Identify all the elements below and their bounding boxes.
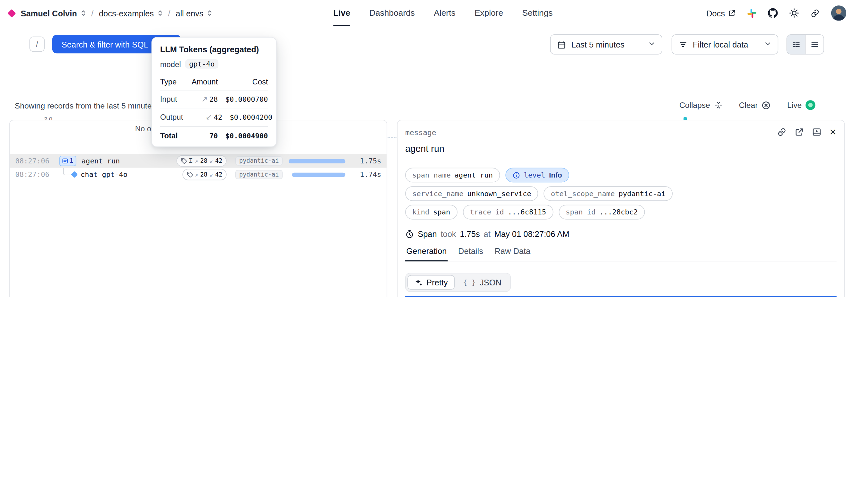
token-usage-pill[interactable]: Σ ↗28 ↙42	[177, 155, 227, 167]
filter-local-data-dropdown[interactable]: Filter local data	[672, 34, 779, 55]
service-name-pill[interactable]: service_name unknown_service	[405, 186, 538, 201]
time-range-dropdown[interactable]: Last 5 minutes	[550, 34, 662, 55]
col-type: Type	[160, 77, 179, 86]
scope-tag-pill[interactable]: pydantic-ai	[235, 156, 283, 166]
environment-selector[interactable]: all envs	[176, 8, 203, 18]
tree-view-button[interactable]	[787, 35, 805, 54]
attr-value: ...6c8115	[508, 208, 546, 216]
render-mode-toggle: Pretty { } JSON	[405, 273, 511, 292]
org-sort-chevrons-icon[interactable]	[81, 10, 86, 16]
row-cost: $0.0004200	[222, 113, 272, 121]
records-timeline-chart[interactable]: 2.0 1.0 0.0 May 01. 08:22:50 08:25 08:26…	[0, 55, 854, 94]
level-pill[interactable]: level Info	[505, 168, 569, 183]
attribute-pills-row: service_name unknown_service otel_scope_…	[405, 186, 837, 201]
list-flat-icon	[810, 40, 819, 49]
sigma-icon: Σ	[189, 157, 193, 164]
detail-header-actions: ✕	[777, 127, 837, 137]
trace-id-pill[interactable]: trace_id ...6c8115	[462, 205, 553, 220]
duration-value: 1.74s	[353, 170, 381, 179]
user-avatar[interactable]	[831, 5, 847, 21]
tokens-table: Type Amount Cost Input ↗28 $0.0000700 Ou…	[160, 74, 268, 144]
span-duration-line: Span took 1.75s at May 01 08:27:06 AM	[405, 229, 837, 238]
child-count-badge[interactable]: 1	[59, 156, 76, 166]
row-metrics: Σ ↗28 ↙42 pydantic-ai 1.75s	[177, 155, 381, 167]
attr-key: kind	[412, 208, 429, 216]
tab-dashboards[interactable]: Dashboards	[369, 0, 415, 26]
docs-link[interactable]: Docs	[706, 8, 736, 18]
row-type: Output	[160, 113, 183, 121]
pretty-view-button[interactable]: Pretty	[407, 275, 455, 290]
scope-tag-pill[interactable]: pydantic-ai	[235, 170, 283, 179]
detail-header: message ✕	[405, 127, 837, 137]
row-type: Total	[160, 131, 179, 140]
tab-raw-data[interactable]: Raw Data	[493, 246, 532, 262]
row-amount: 42	[214, 113, 222, 121]
tab-live[interactable]: Live	[333, 0, 350, 26]
otel-scope-pill[interactable]: otel_scope_name pydantic-ai	[544, 186, 673, 201]
collapse-label: Collapse	[679, 101, 710, 109]
dock-panel-button[interactable]	[812, 127, 821, 137]
span-name: chat gpt-4o	[80, 170, 127, 179]
input-tokens: 28	[200, 157, 207, 164]
tokens-table-header: Type Amount Cost	[160, 74, 268, 90]
share-link-button[interactable]	[810, 8, 820, 18]
row-amount: 28	[209, 95, 218, 103]
clear-label: Clear	[739, 101, 758, 109]
kind-pill[interactable]: kind span	[405, 205, 457, 220]
env-sort-chevrons-icon[interactable]	[208, 10, 212, 16]
breadcrumb: Samuel Colvin / docs-examples / all envs	[9, 0, 212, 26]
records-actions: Collapse Clear Live	[679, 100, 816, 110]
span-name-pill[interactable]: span_name agent run	[405, 168, 500, 183]
row-metrics: ↗28 ↙42 pydantic-ai 1.74s	[182, 169, 381, 180]
tooltip-model-row: model gpt-4o	[160, 59, 268, 69]
attr-key: span_name	[412, 171, 451, 179]
tab-details[interactable]: Details	[457, 246, 485, 262]
tab-generation[interactable]: Generation	[405, 246, 448, 262]
close-detail-button[interactable]: ✕	[829, 127, 837, 137]
collapse-button[interactable]: Collapse	[679, 101, 723, 109]
breadcrumb-separator: /	[168, 8, 170, 18]
braces-icon: { }	[463, 278, 476, 286]
tab-explore[interactable]: Explore	[474, 0, 503, 26]
attr-key: service_name	[412, 190, 463, 197]
took-word: took	[440, 229, 456, 238]
pretty-label: Pretty	[426, 278, 448, 287]
span-title: agent run	[405, 144, 837, 155]
project-sort-chevrons-icon[interactable]	[158, 10, 163, 16]
pydantic-logo-icon	[7, 9, 16, 17]
trace-row-chat-gpt-4o[interactable]: 08:27:06 chat gpt-4o ↗28 ↙42 pydantic-ai…	[10, 168, 387, 181]
open-in-new-button[interactable]	[794, 127, 804, 137]
col-cost: Cost	[218, 77, 268, 86]
theme-toggle-button[interactable]	[789, 8, 799, 18]
top-navbar: Samuel Colvin / docs-examples / all envs…	[0, 0, 854, 26]
input-tokens-icon: ↗	[195, 172, 198, 178]
copy-link-button[interactable]	[777, 127, 786, 137]
org-selector[interactable]: Samuel Colvin	[21, 8, 77, 18]
project-selector[interactable]: docs-examples	[99, 8, 154, 18]
github-button[interactable]	[768, 8, 778, 18]
chevron-down-icon	[764, 40, 771, 49]
model-value-chip: gpt-4o	[185, 59, 218, 69]
slack-button[interactable]	[747, 8, 757, 18]
tab-alerts[interactable]: Alerts	[434, 0, 455, 26]
attribute-pills-row: kind span trace_id ...6c8115 span_id ...…	[405, 205, 837, 220]
collapsed-spans-icon	[62, 158, 68, 164]
attribute-pills-row: span_name agent run level Info	[405, 168, 837, 183]
token-usage-pill[interactable]: ↗28 ↙42	[182, 169, 227, 180]
flat-view-button[interactable]	[805, 35, 823, 54]
clear-button[interactable]: Clear	[739, 101, 771, 110]
span-diamond-icon	[71, 171, 78, 178]
duration-bar	[289, 159, 345, 163]
live-toggle-button[interactable]: Live	[787, 100, 816, 110]
filter-label: Filter local data	[693, 40, 748, 49]
slash-shortcut-hint: /	[30, 37, 45, 52]
trace-row-agent-run[interactable]: 08:27:06 1 agent run Σ ↗28 ↙42	[10, 154, 387, 167]
link-icon	[810, 8, 820, 18]
output-tokens: 42	[215, 157, 222, 164]
json-view-button[interactable]: { } JSON	[456, 275, 509, 290]
span-word: Span	[418, 229, 437, 238]
tab-settings[interactable]: Settings	[522, 0, 553, 26]
span-id-pill[interactable]: span_id ...28cbc2	[559, 205, 645, 220]
tokens-row-input: Input ↗28 $0.0000700	[160, 91, 268, 108]
attr-value: span	[433, 208, 450, 216]
